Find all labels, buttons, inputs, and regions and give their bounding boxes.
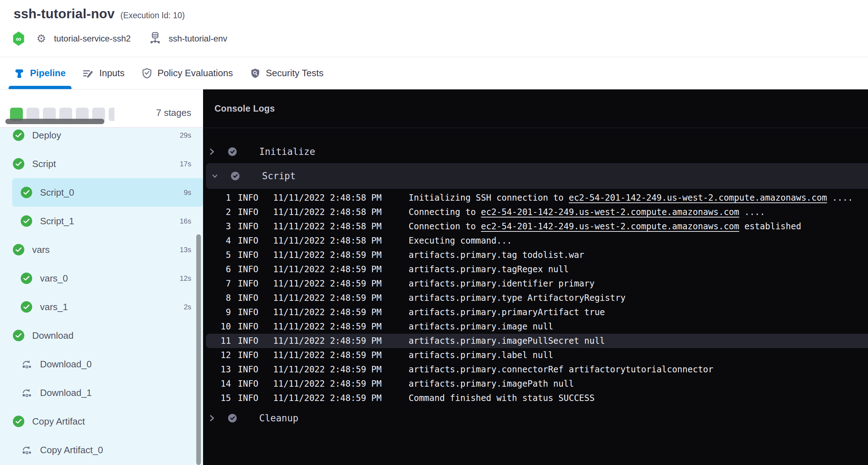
log-level: INFO xyxy=(238,250,258,260)
tab-pipeline-label: Pipeline xyxy=(30,68,66,79)
log-level: INFO xyxy=(238,264,258,274)
success-check-icon xyxy=(13,330,24,341)
rollback-step-icon xyxy=(21,359,32,369)
console-header: Console Logs xyxy=(203,89,868,128)
stages-sidebar: 7 stages Deploy 29s Script 17s Script_0 … xyxy=(0,89,203,465)
stage-row-download-1[interactable]: Download_1 xyxy=(0,378,203,407)
log-line[interactable]: 9 INFO 11/11/2022 2:48:59 PM artifacts.p… xyxy=(203,305,868,319)
log-message-text: artifacts.primary.type ArtifactoryRegist… xyxy=(409,293,626,303)
execution-id: (Execution Id: 10) xyxy=(120,11,185,20)
success-check-icon xyxy=(13,158,24,170)
log-line[interactable]: 15 INFO 11/11/2022 2:48:59 PM Command fi… xyxy=(203,391,868,405)
log-message-text: artifacts.primary.imagePullSecret null xyxy=(409,336,605,346)
log-timestamp: 11/11/2022 2:48:59 PM xyxy=(273,279,381,289)
log-line[interactable]: 1 INFO 11/11/2022 2:48:58 PM Initializin… xyxy=(203,191,868,205)
log-section-initialize[interactable]: Initialize xyxy=(203,140,868,163)
log-message-text: artifacts.primary.label null xyxy=(409,350,553,360)
horizontal-scrollbar-thumb[interactable] xyxy=(5,119,104,124)
log-line[interactable]: 10 INFO 11/11/2022 2:48:59 PM artifacts.… xyxy=(203,319,868,334)
log-line[interactable]: 6 INFO 11/11/2022 2:48:59 PM artifacts.p… xyxy=(203,262,868,276)
stage-count-label: 7 stages xyxy=(156,107,191,118)
log-message: artifacts.primary.connectorRef artifacto… xyxy=(409,364,714,375)
log-message: Connection to ec2-54-201-142-249.us-west… xyxy=(409,221,801,231)
log-line[interactable]: 7 INFO 11/11/2022 2:48:59 PM artifacts.p… xyxy=(203,276,868,291)
log-line[interactable]: 4 INFO 11/11/2022 2:48:58 PM Executing c… xyxy=(203,234,868,248)
chevron-right-icon[interactable] xyxy=(209,414,215,422)
service-name[interactable]: tutorial-service-ssh2 xyxy=(54,34,131,44)
stage-row-copy-artifact-0[interactable]: Copy Artifact_0 xyxy=(0,436,203,464)
stage-row-script-1[interactable]: Script_1 16s xyxy=(0,207,203,235)
host-link[interactable]: ec2-54-201-142-249.us-west-2.compute.ama… xyxy=(569,193,827,203)
log-line-number: 11 xyxy=(206,336,231,346)
execution-tabbar: Pipeline Inputs Policy Evaluations xyxy=(0,57,868,89)
stage-name: vars xyxy=(32,244,50,255)
log-line[interactable]: 13 INFO 11/11/2022 2:48:59 PM artifacts.… xyxy=(203,362,868,377)
tab-policy-evaluations-label: Policy Evaluations xyxy=(158,68,233,79)
console-title: Console Logs xyxy=(214,103,275,114)
log-line[interactable]: 14 INFO 11/11/2022 2:48:59 PM artifacts.… xyxy=(203,377,868,391)
log-message-text: .... xyxy=(739,207,765,217)
environment-name[interactable]: ssh-tutorial-env xyxy=(169,34,227,44)
log-timestamp: 11/11/2022 2:48:58 PM xyxy=(273,207,381,217)
log-message-text: artifacts.primary.tag todolist.war xyxy=(409,250,584,260)
tab-pipeline[interactable]: Pipeline xyxy=(14,57,66,89)
stage-duration: 13s xyxy=(180,246,191,254)
log-timestamp: 11/11/2022 2:48:58 PM xyxy=(273,221,381,231)
stage-row-vars-1[interactable]: vars_1 2s xyxy=(0,293,203,321)
log-level: INFO xyxy=(238,221,258,231)
log-message: Connecting to ec2-54-201-142-249.us-west… xyxy=(409,207,765,217)
log-line[interactable]: 5 INFO 11/11/2022 2:48:59 PM artifacts.p… xyxy=(203,248,868,262)
stage-row-script-0[interactable]: Script_0 9s xyxy=(12,178,203,207)
log-section-script[interactable]: Script xyxy=(206,163,868,189)
page-title: ssh-tutorial-nov xyxy=(14,6,115,21)
log-message: artifacts.primary.imagePath null xyxy=(409,379,574,389)
log-message: Command finished with status SUCCESS xyxy=(409,393,595,403)
log-line-number: 7 xyxy=(203,279,231,289)
chevron-down-icon[interactable] xyxy=(212,173,218,179)
log-level: INFO xyxy=(238,279,258,289)
vertical-scrollbar-thumb[interactable] xyxy=(196,234,201,465)
log-timestamp: 11/11/2022 2:48:59 PM xyxy=(273,322,381,332)
log-section-label: Initialize xyxy=(259,146,315,157)
log-section-cleanup[interactable]: Cleanup xyxy=(203,407,868,430)
host-link[interactable]: ec2-54-201-142-249.us-west-2.compute.ama… xyxy=(481,221,739,231)
log-line[interactable]: 11 INFO 11/11/2022 2:48:59 PM artifacts.… xyxy=(206,334,868,348)
log-message: artifacts.primary.tagRegex null xyxy=(409,264,569,274)
stage-row-copy-artifact[interactable]: Copy Artifact xyxy=(0,407,203,436)
stage-row-vars-0[interactable]: vars_0 12s xyxy=(0,264,203,293)
stage-duration: 16s xyxy=(180,217,191,225)
chevron-right-icon[interactable] xyxy=(209,148,215,156)
stage-row-download[interactable]: Download xyxy=(0,321,203,350)
log-message-text: artifacts.primary.primaryArtifact true xyxy=(409,307,605,317)
log-line[interactable]: 12 INFO 11/11/2022 2:48:59 PM artifacts.… xyxy=(203,348,868,362)
log-line-number: 15 xyxy=(203,393,231,403)
cd-module-icon: ∞ xyxy=(13,31,24,46)
stage-row-download-0[interactable]: Download_0 xyxy=(0,350,203,378)
execution-header: ssh-tutorial-nov (Execution Id: 10) ∞ ⚙ … xyxy=(0,0,868,57)
log-line[interactable]: 8 INFO 11/11/2022 2:48:59 PM artifacts.p… xyxy=(203,291,868,305)
stage-row-deploy[interactable]: Deploy 29s xyxy=(0,128,203,150)
success-check-icon xyxy=(13,244,24,255)
host-link[interactable]: ec2-54-201-142-249.us-west-2.compute.ama… xyxy=(481,207,739,217)
log-level: INFO xyxy=(238,364,258,375)
stage-row-vars[interactable]: vars 13s xyxy=(0,235,203,264)
log-line-number: 3 xyxy=(203,221,231,231)
log-message-text: artifacts.primary.connectorRef artifacto… xyxy=(409,364,714,375)
tab-policy-evaluations[interactable]: Policy Evaluations xyxy=(142,57,233,89)
log-level: INFO xyxy=(238,393,258,403)
success-check-icon xyxy=(21,187,32,198)
log-timestamp: 11/11/2022 2:48:59 PM xyxy=(273,336,381,346)
tab-security-tests[interactable]: Security Tests xyxy=(250,57,324,89)
log-timestamp: 11/11/2022 2:48:59 PM xyxy=(273,307,381,317)
log-line[interactable]: 3 INFO 11/11/2022 2:48:58 PM Connection … xyxy=(203,219,868,234)
stage-row-script[interactable]: Script 17s xyxy=(0,150,203,178)
log-message: Executing command... xyxy=(409,236,512,246)
stage-duration: 9s xyxy=(184,189,191,197)
security-shield-icon xyxy=(250,68,260,79)
title-row: ssh-tutorial-nov (Execution Id: 10) xyxy=(14,6,185,21)
log-line[interactable]: 2 INFO 11/11/2022 2:48:58 PM Connecting … xyxy=(203,205,868,219)
log-message: artifacts.primary.type ArtifactoryRegist… xyxy=(409,293,626,303)
environment-icon xyxy=(149,32,161,45)
pipeline-execution-page: ssh-tutorial-nov (Execution Id: 10) ∞ ⚙ … xyxy=(0,0,868,465)
tab-inputs[interactable]: Inputs xyxy=(83,57,125,89)
